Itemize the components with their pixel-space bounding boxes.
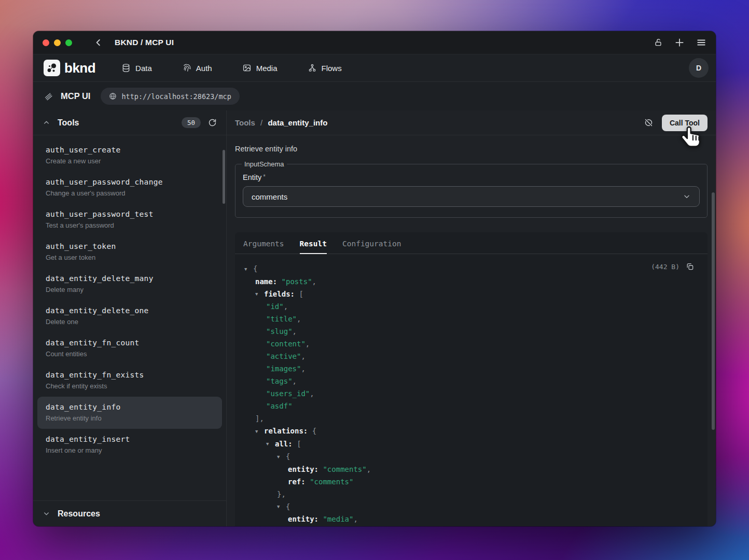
tool-list-item[interactable]: data_entity_fn_exists Check if entity ex…	[33, 365, 226, 397]
close-window-button[interactable]	[43, 39, 49, 46]
tab[interactable]: Configuration	[342, 240, 401, 254]
tool-list-item[interactable]: auth_user_password_test Test a user's pa…	[33, 204, 226, 236]
json-line[interactable]: "active",	[235, 350, 708, 362]
json-token-punct: ,	[367, 465, 371, 473]
tool-description: Insert one or many	[46, 446, 214, 454]
tab-label: Arguments	[243, 240, 284, 248]
tool-name: auth_user_password_change	[46, 178, 214, 186]
result-tabs: Arguments Result Configuration	[235, 232, 708, 254]
new-tab-icon[interactable]	[674, 37, 685, 48]
tool-list-item[interactable]: data_entity_delete_one Delete one	[33, 300, 226, 332]
tool-description: Get a user token	[46, 254, 214, 261]
json-line[interactable]: },	[235, 488, 708, 500]
bknd-logo-icon	[44, 60, 60, 76]
json-line[interactable]: "content",	[235, 338, 708, 350]
json-line[interactable]: entity: "media",	[235, 513, 708, 525]
collapse-triangle-icon[interactable]: ▼	[255, 425, 264, 438]
image-icon	[242, 63, 252, 73]
tool-name: data_entity_delete_one	[46, 306, 214, 315]
menu-icon[interactable]	[696, 37, 706, 48]
tool-list-item[interactable]: data_entity_fn_count Count entities	[33, 332, 226, 365]
nav-item-flows[interactable]: Flows	[308, 63, 342, 73]
tool-list-item[interactable]: auth_user_create Create a new user	[33, 139, 226, 172]
collapse-triangle-icon[interactable]: ▼	[255, 288, 264, 300]
zoom-window-button[interactable]	[65, 39, 72, 46]
tools-sidebar: Tools 50 auth_user_create Create a new u…	[33, 110, 227, 526]
json-line[interactable]: ▼fields: [	[235, 288, 708, 301]
brand-logo[interactable]: bknd	[40, 60, 99, 76]
tool-list-item[interactable]: data_entity_info Retrieve entity info	[37, 397, 222, 429]
json-token-str: "content"	[266, 340, 306, 348]
minimize-window-button[interactable]	[54, 39, 61, 46]
json-token-key: ref:	[288, 478, 310, 486]
tool-list-item[interactable]: auth_user_password_change Change a user'…	[33, 172, 226, 204]
json-token-str: "images"	[266, 365, 301, 373]
json-line[interactable]: ▼{	[235, 500, 708, 513]
json-line[interactable]: "title",	[235, 313, 708, 325]
tool-list-item[interactable]: data_entity_insert Insert one or many	[33, 429, 226, 461]
call-tool-button[interactable]: Call Tool	[662, 115, 708, 131]
back-icon[interactable]	[94, 38, 103, 47]
json-line[interactable]: "slug",	[235, 325, 708, 338]
json-token-punct: ],	[255, 414, 264, 423]
copy-icon[interactable]	[686, 262, 694, 271]
collapse-triangle-icon[interactable]: ▼	[277, 451, 286, 463]
json-line[interactable]: "users_id",	[235, 387, 708, 400]
collapse-triangle-icon[interactable]: ▼	[244, 263, 253, 275]
tool-description-text: Retrieve entity info	[235, 145, 708, 153]
json-line[interactable]: entity: "comments",	[235, 463, 708, 475]
json-line[interactable]: ▼{	[235, 450, 708, 463]
tool-detail-content: Retrieve entity info InputSchema Entity*…	[227, 135, 716, 526]
tools-section-header[interactable]: Tools 50	[33, 110, 226, 135]
tool-detail-header: Tools / data_entity_info Call Tool	[227, 110, 716, 135]
json-token-punct: ,	[312, 277, 316, 286]
json-token-str: "asdf"	[266, 402, 293, 410]
avatar-initial: D	[696, 64, 701, 72]
breadcrumb-section[interactable]: Tools	[235, 118, 255, 127]
json-line[interactable]: name: "posts",	[235, 275, 708, 288]
server-url-pill[interactable]: http://localhost:28623/mcp	[101, 88, 239, 105]
tab[interactable]: Result	[300, 240, 327, 254]
input-schema-fieldset: InputSchema Entity* comments	[235, 160, 708, 218]
json-token-punct: ,	[301, 352, 305, 360]
tool-list-item[interactable]: data_entity_delete_many Delete many	[33, 268, 226, 300]
json-line[interactable]: ▼relations: {	[235, 425, 708, 438]
json-line[interactable]: ref: "images"	[235, 525, 708, 526]
json-line[interactable]: ▼all: [	[235, 438, 708, 451]
json-token-key: name:	[255, 277, 282, 286]
json-line[interactable]: "asdf"	[235, 400, 708, 412]
main-scrollbar-thumb[interactable]	[712, 192, 715, 430]
entity-select[interactable]: comments	[243, 186, 700, 207]
json-token-punct: ,	[306, 340, 310, 348]
json-token-punct: ,	[353, 515, 357, 523]
refresh-icon[interactable]	[208, 118, 217, 127]
tab[interactable]: Arguments	[243, 240, 284, 254]
nav-item-media[interactable]: Media	[242, 63, 278, 73]
user-avatar[interactable]: D	[689, 58, 709, 78]
resources-section-header[interactable]: Resources	[33, 500, 226, 526]
tool-description: Delete one	[46, 318, 214, 326]
auto-refresh-off-icon[interactable]	[644, 118, 654, 128]
tool-list-item[interactable]: auth_user_token Get a user token	[33, 236, 226, 268]
json-token-punct: },	[277, 490, 286, 498]
json-line[interactable]: ref: "comments"	[235, 475, 708, 488]
json-token-str: "tags"	[266, 377, 293, 385]
sidebar-scrollbar-thumb[interactable]	[223, 150, 225, 204]
json-line[interactable]: "id",	[235, 300, 708, 313]
traffic-lights	[43, 39, 72, 46]
json-line[interactable]: "images",	[235, 362, 708, 375]
collapse-triangle-icon[interactable]: ▼	[277, 500, 286, 513]
json-token-key: relations:	[264, 427, 312, 435]
nav-item-auth[interactable]: Auth	[182, 63, 212, 73]
json-token-key: entity:	[288, 465, 323, 473]
input-schema-legend: InputSchema	[242, 160, 287, 168]
json-line[interactable]: ],	[235, 412, 708, 425]
collapse-triangle-icon[interactable]: ▼	[266, 438, 275, 450]
fingerprint-icon	[182, 63, 191, 73]
json-line[interactable]: "tags",	[235, 375, 708, 387]
database-icon	[121, 63, 131, 73]
nav-item-data[interactable]: Data	[121, 63, 152, 73]
window-titlebar: BKND / MCP UI	[33, 31, 716, 54]
json-line[interactable]: ▼{	[235, 262, 708, 275]
lock-icon[interactable]	[654, 38, 663, 47]
